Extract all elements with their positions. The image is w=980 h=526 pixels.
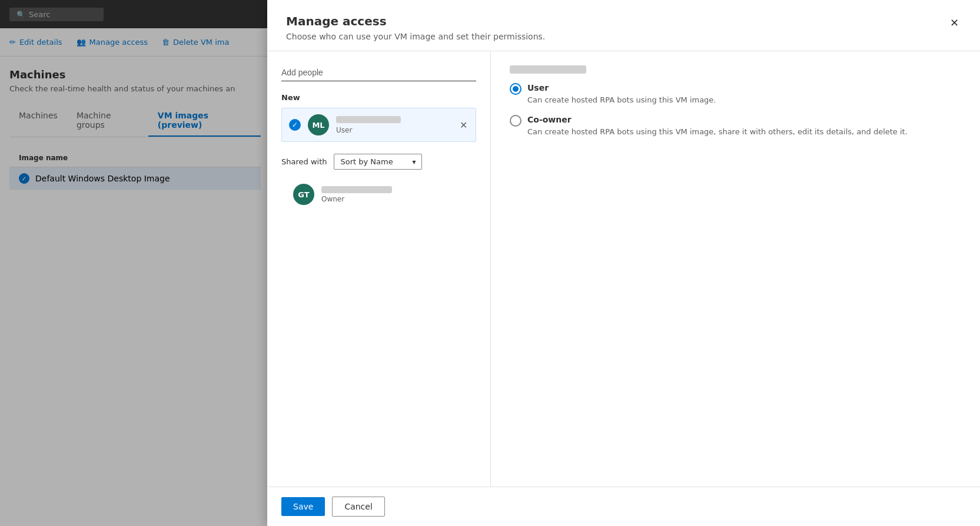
avatar-gt: GT	[293, 184, 314, 205]
coowner-role-radio[interactable]	[510, 115, 521, 127]
modal-header: Manage access Choose who can use your VM…	[267, 0, 980, 51]
right-person-name-blurred	[510, 65, 586, 74]
permissions-radio-group: User Can create hosted RPA bots using th…	[510, 83, 961, 137]
coowner-role-label: Co-owner	[527, 115, 908, 124]
remove-person-button[interactable]: ✕	[459, 118, 469, 132]
user-role-option[interactable]: User Can create hosted RPA bots using th…	[510, 83, 961, 105]
sort-dropdown[interactable]: Sort by Name	[334, 154, 422, 170]
new-person-row[interactable]: ✓ ML User ✕	[281, 108, 476, 142]
shared-with-label: Shared with	[281, 157, 327, 166]
shared-with-section: Shared with Sort by Name	[281, 154, 476, 170]
person-ml-role: User	[336, 126, 352, 134]
sort-dropdown-value: Sort by Name	[340, 157, 407, 166]
person-ml-info: User	[336, 116, 451, 134]
new-section-label: New	[281, 93, 476, 102]
shared-person-gt-name-blurred	[321, 186, 392, 193]
person-check-icon: ✓	[289, 119, 301, 131]
modal-header-text: Manage access Choose who can use your VM…	[286, 14, 545, 41]
modal-close-button[interactable]: ✕	[948, 14, 961, 32]
modal-right-panel: User Can create hosted RPA bots using th…	[491, 51, 980, 487]
save-button[interactable]: Save	[281, 497, 325, 516]
avatar-gt-initials: GT	[298, 190, 309, 199]
shared-person-row[interactable]: GT Owner	[286, 179, 476, 210]
modal-subtitle: Choose who can use your VM image and set…	[286, 32, 545, 41]
chevron-down-icon	[412, 157, 416, 166]
close-icon: ✕	[950, 16, 959, 29]
cancel-button[interactable]: Cancel	[332, 497, 384, 517]
user-role-label: User	[527, 83, 716, 92]
user-role-desc: Can create hosted RPA bots using this VM…	[527, 95, 716, 105]
user-role-radio[interactable]	[510, 83, 521, 95]
shared-person-gt-info: Owner	[321, 186, 392, 203]
avatar-ml-initials: ML	[312, 121, 324, 130]
person-ml-name-blurred	[336, 116, 401, 123]
remove-icon: ✕	[460, 120, 467, 131]
avatar-ml: ML	[308, 114, 329, 135]
modal-footer: Save Cancel	[267, 487, 980, 526]
add-people-input[interactable]	[281, 65, 476, 81]
user-role-content: User Can create hosted RPA bots using th…	[527, 83, 716, 105]
coowner-role-option[interactable]: Co-owner Can create hosted RPA bots usin…	[510, 115, 961, 137]
modal-left-panel: New ✓ ML User ✕ Shared with	[267, 51, 491, 487]
modal-body: New ✓ ML User ✕ Shared with	[267, 51, 980, 487]
coowner-role-content: Co-owner Can create hosted RPA bots usin…	[527, 115, 908, 137]
shared-person-gt-role: Owner	[321, 195, 392, 203]
coowner-role-desc: Can create hosted RPA bots using this VM…	[527, 127, 908, 137]
check-icon: ✓	[292, 121, 298, 129]
modal-title: Manage access	[286, 14, 545, 28]
manage-access-modal: Manage access Choose who can use your VM…	[267, 0, 980, 526]
